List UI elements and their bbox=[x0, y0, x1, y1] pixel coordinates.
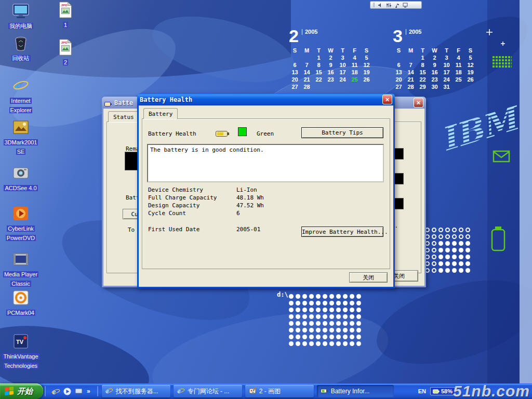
task-button-label: 专门网论坛 - ... bbox=[188, 387, 230, 396]
dot bbox=[438, 255, 443, 259]
calendar-date: 26 bbox=[361, 76, 373, 83]
desktop-icon-label: PCMark04 bbox=[6, 310, 35, 316]
ie-icon: e bbox=[177, 387, 185, 396]
condition-text: The battery is in good condition. bbox=[150, 147, 264, 153]
dialog-close-button[interactable]: 关闭 bbox=[349, 272, 388, 283]
dot bbox=[466, 248, 470, 252]
desktop-icon-recycle-bin[interactable]: 回收站 bbox=[1, 34, 41, 62]
desktop-icon-jpg-file[interactable]: JPG2 bbox=[46, 38, 85, 66]
language-indicator[interactable]: EN bbox=[418, 388, 426, 394]
dot bbox=[459, 241, 463, 246]
dot bbox=[329, 335, 334, 339]
calendar-date: 25 bbox=[453, 76, 464, 83]
my-computer-icon bbox=[12, 2, 30, 20]
dot bbox=[466, 268, 470, 273]
calendar-date bbox=[405, 54, 417, 61]
desktop-icon-my-computer[interactable]: 我的电脑 bbox=[1, 2, 41, 30]
mixer-icon[interactable] bbox=[386, 3, 391, 8]
calendar-date: 12 bbox=[464, 61, 476, 69]
task-button-4[interactable]: Battery Infor... bbox=[317, 385, 394, 397]
calendar-date bbox=[313, 83, 325, 90]
dot bbox=[309, 314, 314, 319]
desktop-icon-pcmark04[interactable]: PCMark04 bbox=[1, 289, 41, 317]
quick-launch-show-desktop-icon[interactable] bbox=[74, 387, 83, 396]
dot bbox=[432, 255, 436, 259]
dot bbox=[336, 321, 341, 326]
tab-battery-label: Battery bbox=[149, 111, 172, 117]
dot bbox=[459, 255, 463, 259]
tab-battery[interactable]: Battery bbox=[143, 108, 178, 119]
close-icon[interactable]: × bbox=[414, 98, 423, 108]
volume-toolbar[interactable] bbox=[370, 1, 422, 9]
powerdvd-icon bbox=[12, 205, 30, 222]
dot bbox=[296, 314, 300, 319]
dot bbox=[309, 308, 314, 312]
dot bbox=[356, 294, 361, 299]
svg-text:e: e bbox=[106, 387, 109, 395]
desktop-icon-thinkvantage[interactable]: TVThinkVantage Technologies bbox=[1, 332, 41, 370]
svg-text:e: e bbox=[15, 78, 21, 94]
calendar-date: 19 bbox=[464, 69, 476, 76]
desktop-icon-acdsee[interactable]: ACDSee 4.0 bbox=[1, 164, 41, 192]
calendar-grid: SMTWTFS123456789101112131415161718192021… bbox=[393, 47, 476, 90]
dot bbox=[296, 341, 300, 346]
dot bbox=[452, 234, 457, 239]
condition-textbox[interactable]: The battery is in good condition. bbox=[147, 144, 384, 182]
calendar-date: 3 bbox=[337, 54, 349, 61]
dot bbox=[289, 308, 294, 312]
speaker-icon[interactable] bbox=[378, 3, 383, 8]
dot bbox=[356, 328, 361, 332]
improve-battery-health-button[interactable]: Improve Battery Health... bbox=[301, 227, 383, 237]
calendar-date: 10 bbox=[441, 61, 453, 69]
dot bbox=[356, 335, 361, 339]
dot bbox=[466, 234, 470, 239]
task-button-2[interactable]: e专门网论坛 - ... bbox=[174, 385, 242, 397]
dot bbox=[452, 261, 457, 266]
desktop-icon-powerdvd[interactable]: CyberLink PowerDVD bbox=[1, 205, 41, 242]
calendar-month-number: 3 bbox=[393, 27, 403, 45]
note-icon[interactable] bbox=[394, 3, 400, 8]
battery-tray-indicator[interactable]: 58% bbox=[430, 387, 455, 395]
quick-launch-overflow-icon[interactable]: » bbox=[86, 388, 91, 395]
toolbar-grip[interactable] bbox=[373, 3, 375, 7]
calendar-day-header: S bbox=[464, 47, 476, 54]
display-icon[interactable] bbox=[403, 3, 408, 8]
task-button-label: Battery Infor... bbox=[331, 388, 370, 395]
desktop-icon-media-player-classic[interactable]: Media Player Classic bbox=[1, 250, 41, 288]
dot bbox=[350, 301, 354, 305]
calendar-date: 13 bbox=[289, 69, 301, 76]
dot bbox=[302, 301, 307, 305]
calendar-date: 15 bbox=[417, 69, 429, 76]
dot bbox=[350, 328, 354, 332]
battery-tips-button[interactable]: Battery Tips bbox=[301, 127, 383, 138]
close-icon[interactable]: × bbox=[382, 95, 392, 104]
watermark: 51nb.com bbox=[453, 382, 530, 399]
dot bbox=[350, 335, 354, 339]
calendar-day-header: W bbox=[429, 47, 441, 54]
svg-text:JPG: JPG bbox=[61, 41, 68, 44]
dot bbox=[296, 328, 300, 332]
dot bbox=[343, 328, 348, 332]
calendar-date: 26 bbox=[464, 76, 476, 83]
media-player-classic-icon bbox=[12, 250, 30, 268]
dot bbox=[438, 248, 443, 252]
tab-status[interactable]: Status bbox=[108, 111, 139, 122]
quick-launch-ie-icon[interactable]: e bbox=[51, 387, 60, 396]
quick-launch: e » bbox=[47, 387, 96, 396]
dialog-title-bar[interactable]: Battery Health × bbox=[137, 94, 395, 105]
calendar-date bbox=[337, 83, 349, 90]
dot bbox=[445, 261, 450, 266]
calendar-date: 16 bbox=[325, 69, 337, 76]
calendar-day-header: T bbox=[337, 47, 349, 54]
task-button-1[interactable]: e找不到服务器... bbox=[102, 385, 170, 397]
start-button[interactable]: 开始 bbox=[0, 383, 43, 399]
desktop-icon-jpg-file[interactable]: JPG1 bbox=[46, 1, 85, 29]
desktop-icon-internet-explorer[interactable]: eInternet Explorer bbox=[1, 77, 41, 114]
field-value: 48.18 Wh bbox=[236, 194, 264, 201]
calendar-day-header: S bbox=[361, 47, 373, 54]
dot bbox=[329, 328, 334, 332]
task-button-3[interactable]: 2 - 画图 bbox=[245, 385, 314, 397]
desktop-icon-3dmark2001[interactable]: 3DMark2001 SE bbox=[1, 118, 41, 156]
quick-launch-media-icon[interactable] bbox=[63, 387, 72, 396]
dot bbox=[309, 335, 314, 339]
